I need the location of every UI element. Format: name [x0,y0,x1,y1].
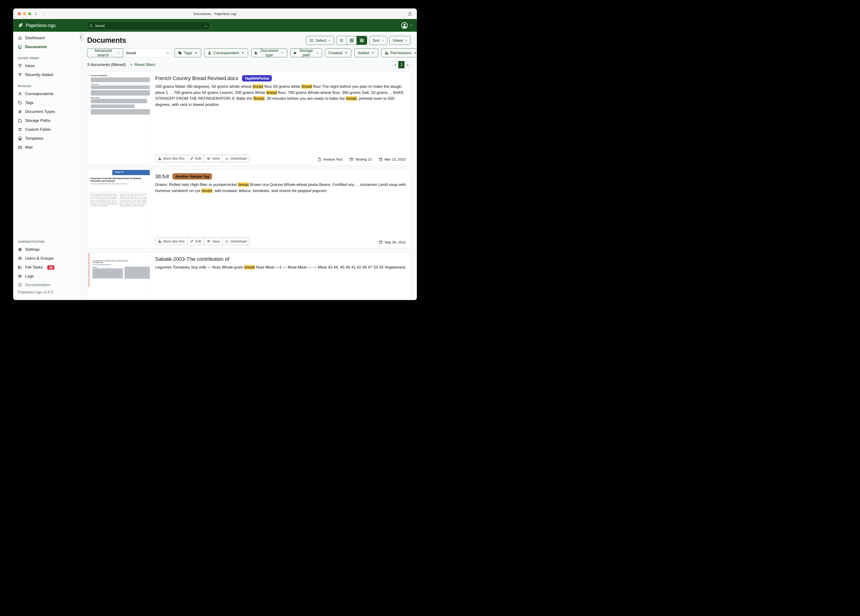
sidebar-item-file-tasks[interactable]: File Tasks16 [13,263,80,272]
pagination-prev-button[interactable]: « [392,61,399,68]
filter-chip-permissions[interactable]: Permissions [381,48,417,57]
tag-another-sample-tag[interactable]: Another Sample Tag [173,173,212,179]
sidebar-item-mail[interactable]: Mail [13,143,80,152]
caret-icon [281,51,284,55]
document-thumbnail[interactable]: Nutrition FYIPreparing to Prescribe Plan… [87,170,150,248]
sidebar-item-storage-paths[interactable]: Storage Paths [13,116,80,125]
global-search[interactable] [86,21,210,30]
filter-chip-label: Permissions [390,51,411,55]
meta-testing-12[interactable]: Testing 12 [350,157,372,162]
calendar-icon [379,157,383,161]
document-snippet: Grains: Rolled oats High-fiber or pumper… [155,182,406,194]
gear-icon [18,247,22,251]
view-detail-button[interactable] [356,36,367,45]
views-button[interactable]: Views [389,36,411,45]
more-like-this-button[interactable]: More like this [155,237,187,245]
sidebar-item-users-groups[interactable]: Users & Groups [13,254,80,263]
download-button[interactable]: Download [222,237,249,245]
sort-button[interactable]: Sort [369,36,387,45]
close-window-button[interactable] [18,12,21,15]
filter-chip-created[interactable]: Created [325,48,352,57]
advanced-search-button[interactable]: Advanced search [87,48,123,57]
detail-view-icon [359,38,364,43]
forward-button[interactable] [42,12,46,16]
reset-filters-link[interactable]: Reset filters [130,63,155,67]
pagination-page-1[interactable]: 1 [398,61,405,68]
tag-tagwithpartial[interactable]: TagWithPartial [242,75,272,82]
meta-sep-26-2011: Sep 26, 2011 [379,240,406,244]
share-button[interactable] [408,11,412,16]
sidebar-footer: DocumentationPaperless-ngx v2.0.0 [13,281,80,300]
sidebar-spacer [13,152,80,235]
filter-chip-correspondent[interactable]: Correspondent [204,48,248,57]
advanced-search-label: Advanced search [90,48,116,57]
sidebar-item-correspondents[interactable]: Correspondents [13,90,80,98]
meta-invoice-test[interactable]: Invoice Test [318,157,342,162]
document-title[interactable]: French Country Bread Revised.docx [155,75,239,82]
filter-chip-label: Created [328,51,342,55]
diagram-icon [158,157,162,160]
brand[interactable]: Paperless-ngx [17,22,56,28]
document-thumbnail[interactable]: The contribution of vegetarian diets to … [87,253,150,300]
close-icon [204,25,207,28]
view-list-button[interactable] [336,36,347,45]
window-controls [18,8,31,19]
edit-button[interactable]: Edit [187,237,204,245]
app-version: Paperless-ngx v2.0.0 [13,289,80,298]
sidebar-collapse-button[interactable] [80,33,83,42]
sidebar-item-custom-fields[interactable]: Custom Fields [13,125,80,134]
sidebar-item-logs[interactable]: Logs [13,272,80,281]
eye-icon [207,157,210,160]
download-icon [225,239,229,243]
sidebar-item-tags[interactable]: Tags [13,98,80,107]
sidebar-item-settings[interactable]: Settings [13,245,80,254]
meta-label: Mar 13, 2022 [384,157,406,162]
select-button[interactable]: Select [306,36,334,45]
sidebar-item-label: File Tasks [25,265,43,270]
document-thumbnail[interactable]: French Country BreadFor the LeavenMake t… [87,72,150,165]
global-search-input[interactable] [95,24,204,28]
edit-button[interactable]: Edit [187,155,204,162]
meta-label: Invoice Test [323,157,342,162]
thumbnail-banner: Nutrition FYI [112,170,150,175]
sidebar-item-documentation[interactable]: Documentation [13,281,55,289]
sidebar-item-label: Recently Added [25,72,53,77]
sidebar-item-templates[interactable]: Templates [13,134,80,143]
filter-chip-storage-path[interactable]: Storage path [290,48,322,57]
action-label: View [212,239,220,244]
sidebar-item-documents[interactable]: Documents [13,42,80,52]
filter-chip-added[interactable]: Added [355,48,378,57]
folderfill-icon [293,51,297,55]
chevron-double-left-icon [80,35,82,39]
action-label: Download [230,156,246,160]
minimize-window-button[interactable] [23,12,26,15]
action-label: View [212,156,220,160]
filter-search-clear-button[interactable] [166,50,170,55]
sidebar-item-dashboard[interactable]: Dashboard [13,34,80,42]
search-highlight: bread [253,84,263,89]
meta-label: Sep 26, 2011 [384,240,406,244]
sidebar-item-recently-added[interactable]: Recently Added [13,71,80,79]
zoom-window-button[interactable] [28,12,31,15]
sidebar-item-inbox[interactable]: Inbox [13,61,80,71]
filter-search-input[interactable] [123,51,171,55]
global-search-clear-button[interactable] [204,24,208,28]
pagination-next-button[interactable]: » [405,61,411,68]
fields-icon [18,127,22,132]
back-button[interactable] [34,12,38,16]
document-title[interactable]: Sabaté-2003-The contribution of [155,256,229,262]
sidebar-item-document-types[interactable]: Document Types [13,107,80,116]
view-button[interactable]: View [204,237,223,245]
filter-chip-tags[interactable]: Tags [175,48,201,57]
filter-chip-document-type[interactable]: Document type [251,48,287,57]
view-grid-button[interactable] [347,36,357,45]
download-button[interactable]: Download [222,155,249,162]
desktop-background: Documents - Paperless-ngx Paperless-ngx … [0,0,430,308]
advanced-search-group: Advanced search [87,48,171,57]
files-icon [18,45,22,49]
more-like-this-button[interactable]: More like this [155,155,187,162]
document-title[interactable]: 38.full [155,173,169,179]
view-button[interactable]: View [204,155,223,162]
user-menu-button[interactable] [401,22,413,29]
page-toolbar: Documents Select Sort [87,36,411,45]
